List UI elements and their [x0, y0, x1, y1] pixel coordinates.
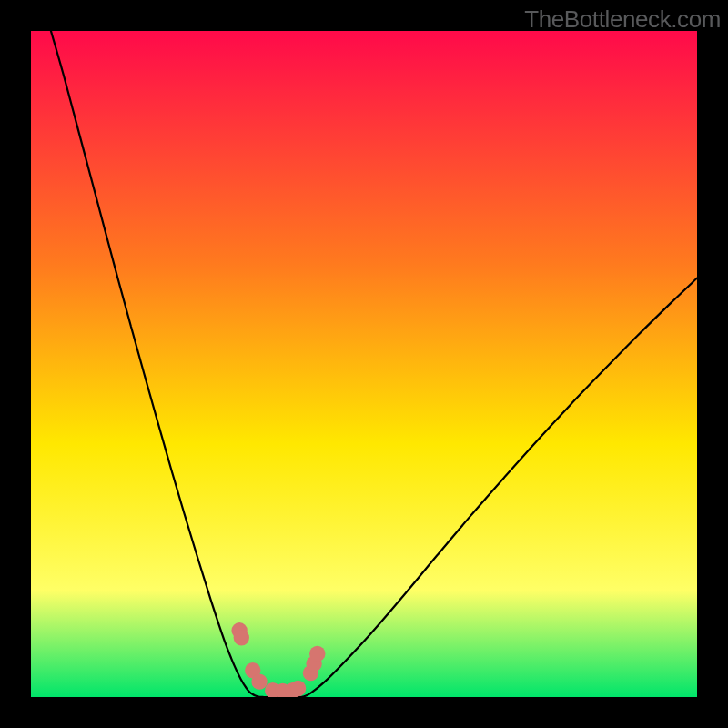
- chart-frame: TheBottleneck.com: [0, 0, 728, 728]
- data-point: [234, 630, 249, 645]
- bottleneck-chart: [31, 31, 697, 697]
- data-point: [251, 673, 267, 689]
- heat-gradient-background: [31, 31, 697, 697]
- watermark-label: TheBottleneck.com: [524, 5, 721, 34]
- data-point: [290, 681, 306, 696]
- data-point: [309, 646, 325, 662]
